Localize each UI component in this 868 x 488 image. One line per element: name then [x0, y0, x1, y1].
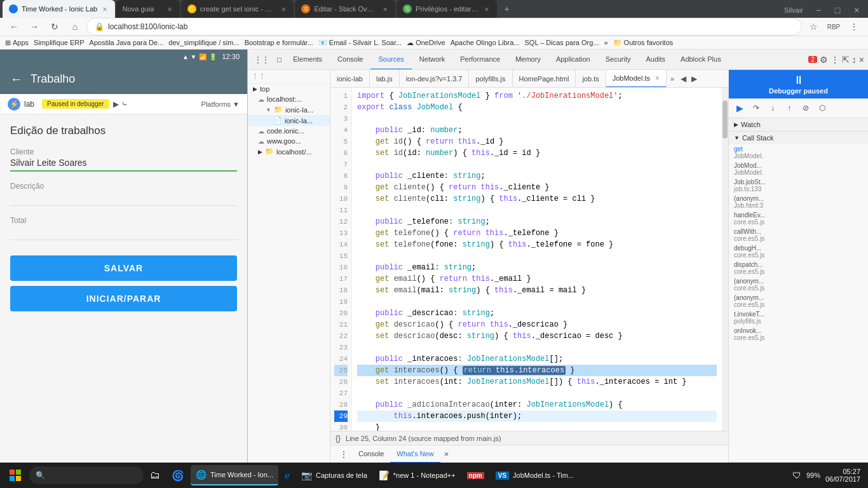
call-stack-item-11[interactable]: onInvok... core.es5.js — [729, 326, 868, 342]
tree-item-www-goo[interactable]: ☁ www.goo... — [248, 136, 330, 146]
tab-security[interactable]: Security — [598, 50, 639, 70]
tab-adblock[interactable]: Adblock Plus — [673, 50, 729, 70]
bottom-tab-whats-new[interactable]: What's New — [390, 445, 440, 463]
tab-close-time-worked[interactable]: × — [101, 4, 109, 14]
descricao-input[interactable] — [10, 192, 237, 206]
devtools-expand-toggle[interactable]: □ — [273, 55, 285, 64]
back-button[interactable]: ← — [5, 18, 23, 36]
editor-tab-homepage[interactable]: HomePage.html — [513, 70, 576, 88]
editor-more-tabs[interactable]: » — [667, 75, 678, 83]
call-stack-item-10[interactable]: t.invokeT... polyfills.js — [729, 309, 868, 326]
call-stack-item-9[interactable]: (anonym... core.es5.js — [729, 293, 868, 309]
tab-close-nova-guia[interactable]: × — [166, 4, 173, 14]
call-stack-header[interactable]: ▼ Call Stack — [729, 132, 868, 144]
extensions-button[interactable]: RBP — [825, 18, 843, 36]
bookmark-apostila[interactable]: Apostila Java para De... — [90, 39, 164, 46]
bookmark-simplifique[interactable]: Simplifique ERP — [34, 39, 84, 46]
start-button[interactable] — [3, 465, 28, 485]
new-tab-button[interactable]: + — [498, 0, 516, 18]
call-stack-item-0[interactable]: get JobModel. — [729, 144, 868, 161]
taskbar-item-notepad[interactable]: 📝 *new 1 - Notepad++ — [374, 465, 461, 485]
editor-tab-jobmodel[interactable]: JobModel.ts × — [606, 70, 667, 88]
tab-close-create-get[interactable]: × — [280, 4, 288, 14]
devtools-more-icon[interactable]: ⋮ — [831, 55, 839, 65]
bookmark-button[interactable]: ☆ — [804, 18, 822, 36]
bookmark-sql[interactable]: SQL – Dicas para Org... — [525, 39, 599, 46]
bookmark-dev[interactable]: dev_simplifique / sim... — [168, 39, 239, 46]
tab-nova-guia[interactable]: Nova guia × — [116, 0, 180, 18]
bottom-tab-console[interactable]: Console — [352, 445, 390, 463]
tab-privilegios[interactable]: S Privilégios - editar pergu... × — [397, 0, 497, 18]
taskbar-item-edge[interactable]: 🌀 — [166, 465, 189, 485]
devtools-undock-icon[interactable]: ⇱ — [842, 55, 850, 65]
watch-section-header[interactable]: ▶ Watch — [729, 118, 868, 131]
call-stack-item-3[interactable]: (anonym... Job.html:3 — [729, 194, 868, 210]
cliente-value[interactable]: Silvair Leite Soares — [10, 158, 237, 172]
step-over-debug-button[interactable]: ↷ — [749, 101, 763, 115]
tab-close-privilegios[interactable]: × — [483, 4, 491, 14]
editor-tab-close-jobmodel[interactable]: × — [655, 74, 660, 83]
tab-performance[interactable]: Performance — [452, 50, 508, 70]
forward-button[interactable]: → — [25, 18, 43, 36]
menu-button[interactable]: ⋮ — [845, 18, 863, 36]
tree-item-localhost2[interactable]: ▶ 📁 localhost/... — [248, 146, 330, 157]
editor-nav-next[interactable]: ▶ — [689, 74, 700, 83]
bottom-tab-close[interactable]: × — [440, 449, 453, 459]
taskbar-item-npm[interactable]: npm — [462, 465, 489, 485]
app-back-button[interactable]: ← — [10, 72, 23, 86]
taskbar-item-screenshots[interactable]: 📷 Capturas de tela — [296, 465, 372, 485]
resume-debug-button[interactable]: ▶ — [733, 101, 747, 115]
close-button[interactable]: × — [848, 4, 865, 17]
iniciar-parar-button[interactable]: INICIAR/PARAR — [10, 286, 237, 311]
tab-elements[interactable]: Elements — [285, 50, 330, 70]
editor-tab-polyfills[interactable]: polyfills.js — [469, 70, 512, 88]
editor-tab-jobts[interactable]: job.ts — [576, 70, 606, 88]
call-stack-item-5[interactable]: callWith... core.es5.js — [729, 227, 868, 243]
devtools-options-btn[interactable]: ⋮ — [336, 449, 352, 459]
tree-item-ionic-folder[interactable]: ▼ 📁 ionic-la... — [248, 104, 330, 115]
bookmark-email[interactable]: 📧 Email - Silvair L. Soar... — [318, 39, 402, 47]
maximize-button[interactable]: □ — [829, 4, 846, 17]
call-stack-item-7[interactable]: dispatch... core.es5.js — [729, 260, 868, 276]
call-stack-item-8[interactable]: (anonym... core.es5.js — [729, 276, 868, 293]
bookmark-more[interactable]: » — [604, 39, 607, 46]
editor-tab-ion-dev[interactable]: ion-dev.js?v=1.3.7 — [400, 70, 470, 88]
salvar-button[interactable]: SALVAR — [10, 255, 237, 281]
devtools-settings-icon[interactable]: ⚙ — [820, 55, 828, 65]
bookmark-bootstrap[interactable]: Bootstrap e formulár... — [245, 39, 313, 46]
tab-create-get[interactable]: G create get set ionic - Go... × — [181, 0, 294, 18]
taskbar-item-vscode[interactable]: VS JobModel.ts - Tim... — [491, 465, 579, 485]
editor-tab-labjs[interactable]: lab.js — [370, 70, 400, 88]
devtools-tree-toggle[interactable]: ⋮⋮ — [248, 70, 330, 84]
bookmark-apps[interactable]: ⊞ Apps — [5, 39, 29, 47]
taskbar-item-explorer[interactable]: 🗂 — [145, 465, 165, 485]
tab-application[interactable]: Application — [548, 50, 598, 70]
step-out-debug-button[interactable]: ↑ — [782, 101, 796, 115]
tab-close-stack[interactable]: × — [381, 4, 389, 14]
tab-console[interactable]: Console — [330, 50, 370, 70]
tab-memory[interactable]: Memory — [508, 50, 548, 70]
tree-item-top[interactable]: ▶ top — [248, 84, 330, 94]
tab-network[interactable]: Network — [412, 50, 452, 70]
total-input[interactable] — [10, 226, 237, 240]
step-into-debug-button[interactable]: ↓ — [766, 101, 780, 115]
bookmark-apache[interactable]: Apache Olingo Libra... — [451, 39, 520, 46]
code-content[interactable]: import { JobInerationsModel } from './Jo… — [352, 88, 728, 431]
tree-item-code-ionic[interactable]: ☁ code.ionic... — [248, 126, 330, 136]
bookmark-onedrive[interactable]: ☁ OneDrive — [407, 39, 445, 47]
taskbar-item-chrome[interactable]: 🌐 Time Worked - Ion... — [191, 465, 278, 485]
call-stack-item-4[interactable]: handleEv... core.es5.js — [729, 210, 868, 227]
tree-item-localhost[interactable]: ☁ localhost:... — [248, 94, 330, 104]
tab-sources[interactable]: Sources — [370, 50, 411, 70]
taskbar-item-ie[interactable]: ℯ — [280, 465, 295, 485]
taskbar-search-box[interactable]: 🔍 — [29, 466, 144, 484]
devtools-dock-icon[interactable]: ↕ — [852, 55, 857, 65]
tree-item-ionic-file[interactable]: 📄 ionic-la... — [248, 115, 330, 126]
deactivate-breakpoints-button[interactable]: ⊘ — [799, 101, 813, 115]
bookmark-outros[interactable]: 📁 Outros favoritos — [613, 39, 674, 47]
minimize-button[interactable]: − — [810, 4, 827, 17]
resume-button[interactable]: ▶ — [113, 100, 119, 109]
home-button[interactable]: ⌂ — [66, 18, 84, 36]
call-stack-item-2[interactable]: Job.jobSt... job.ts:133 — [729, 177, 868, 194]
address-bar[interactable]: 🔒 localhost:8100/ionic-lab — [86, 18, 802, 36]
